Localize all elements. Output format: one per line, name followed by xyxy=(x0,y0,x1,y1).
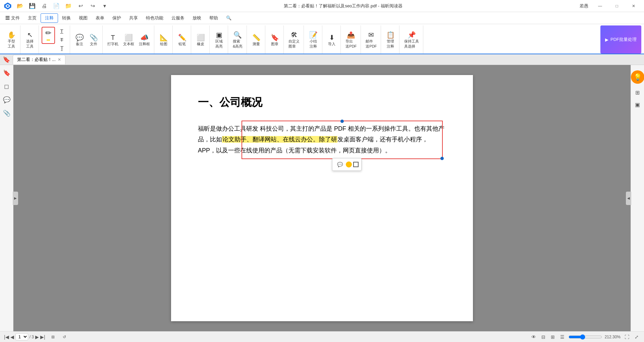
quick-open-btn[interactable]: 📂 xyxy=(15,1,25,11)
right-panel-grid-btn[interactable]: ⊞ xyxy=(632,86,644,98)
ribbon-group-textbox: T 打字机 ⬜ 文本框 📣 注释框 xyxy=(103,25,154,54)
collapse-left-arrow[interactable]: ▶ xyxy=(13,192,18,205)
import-icon: ⬇ xyxy=(329,34,335,41)
area-highlight-btn[interactable]: ▣ 区域高亮 xyxy=(212,30,226,50)
summary-btn[interactable]: 📝 小结注释 xyxy=(307,30,320,50)
main-area: 🔖 ◻ 💬 📎 ▶ 一、公司概况 福昕是做办公工具研发 科技公司，其主打的产品是… xyxy=(0,65,644,331)
menu-search[interactable]: 🔍 xyxy=(222,13,235,23)
stamp-btn[interactable]: 🔖 图章 xyxy=(268,33,281,48)
custom-stamp-btn[interactable]: 🛠 自定义图章 xyxy=(286,30,302,50)
collapse-right-arrow[interactable]: ◀ xyxy=(626,192,631,205)
page-select[interactable]: 1 2 3 xyxy=(15,333,28,340)
email-icon: ✉ xyxy=(368,31,374,38)
float-square-btn[interactable] xyxy=(353,162,359,167)
ribbon: ✋ 手型工具 ↖ 选择工具 ✏ ▬ T T xyxy=(0,24,644,54)
close-btn[interactable]: ✕ xyxy=(626,0,641,12)
export-btn[interactable]: 📤 导出送PDF xyxy=(343,30,359,50)
rotate-btn[interactable]: ↺ xyxy=(61,334,68,340)
redo-btn[interactable]: ↪ xyxy=(88,1,97,11)
import-btn[interactable]: ⬇ 导入 xyxy=(325,33,338,48)
manage-annotation-btn[interactable]: 📋 管理注释 xyxy=(384,30,397,50)
select-label: 选择工具 xyxy=(26,39,34,49)
sidebar-bookmark-btn[interactable]: 🔖 xyxy=(1,68,12,78)
maximize-btn[interactable]: □ xyxy=(609,0,625,12)
email-btn[interactable]: ✉ 邮件送PDF xyxy=(364,30,379,50)
typewriter-btn[interactable]: T 打字机 xyxy=(105,33,120,48)
quick-open2-btn[interactable]: 📁 xyxy=(64,1,73,11)
quick-save-btn[interactable]: 💾 xyxy=(28,1,37,11)
menu-annotation[interactable]: 注释 xyxy=(41,13,58,23)
doc-canvas[interactable]: 一、公司概况 福昕是做办公工具研发 科技公司，其主打的产品是 PDF 相关的一系… xyxy=(13,65,631,331)
pdf-batch-btn[interactable]: ▶ PDF批量处理 xyxy=(600,25,641,54)
squiggly-btn[interactable]: T̰ xyxy=(56,44,68,52)
menu-present[interactable]: 放映 xyxy=(189,13,205,23)
fullscreen-btn[interactable]: ⤢ xyxy=(633,334,640,340)
last-page-btn[interactable]: ▶| xyxy=(40,334,45,340)
search-highlight-btn[interactable]: 🔍 搜索&高亮 xyxy=(231,30,245,50)
eye-btn[interactable]: 👁 xyxy=(530,334,537,340)
float-color-circle[interactable] xyxy=(346,161,352,167)
prev-page-btn[interactable]: ◀ xyxy=(10,334,14,340)
fit-page-btn[interactable]: ⛶ xyxy=(623,334,631,340)
ribbon-group-pencil: ✏️ 铅笔 xyxy=(173,25,191,54)
select-tool-btn[interactable]: ↖ 选择工具 xyxy=(23,30,37,50)
lamp-btn[interactable]: 💡 xyxy=(631,70,644,84)
doc-paragraph: 福昕是做办公工具研发 科技公司，其主打的产品是 PDF 相关的一系列操作工具。也… xyxy=(198,123,446,156)
single-page-btn[interactable]: ⊟ xyxy=(540,334,547,340)
keep-tool-btn[interactable]: 📌 保持工具具选择 xyxy=(402,30,421,50)
menu-form[interactable]: 表单 xyxy=(92,13,108,23)
menu-convert[interactable]: 转换 xyxy=(58,13,75,23)
menu-view[interactable]: 视图 xyxy=(75,13,92,23)
double-page-btn[interactable]: ⊞ xyxy=(549,334,556,340)
scroll-btn[interactable]: ☰ xyxy=(559,334,566,340)
strikethrough-btn[interactable]: T xyxy=(56,36,68,44)
undo-btn[interactable]: ↩ xyxy=(76,1,85,11)
ribbon-group-manage: 📋 管理注释 xyxy=(382,25,399,54)
sidebar-comment-btn[interactable]: 💬 xyxy=(1,94,12,105)
custom-stamp-icon: 🛠 xyxy=(291,31,298,38)
note-btn[interactable]: 💬 备注 xyxy=(73,33,86,48)
more-btn[interactable]: ▾ xyxy=(100,1,109,11)
sidebar-attach-btn[interactable]: 📎 xyxy=(1,108,12,119)
annotation-text-col: T T T̰ xyxy=(56,27,68,52)
minimize-btn[interactable]: — xyxy=(592,0,608,12)
next-page-btn[interactable]: ▶ xyxy=(35,334,39,340)
menu-cloud[interactable]: 云服务 xyxy=(167,13,189,23)
textbox-btn[interactable]: ⬜ 文本框 xyxy=(121,33,136,48)
menu-help[interactable]: 帮助 xyxy=(205,13,222,23)
user-btn[interactable]: 若愚 xyxy=(577,3,591,9)
ribbon-group-custom-stamp: 🛠 自定义图章 xyxy=(284,25,304,54)
page-total: / 3 xyxy=(30,335,34,339)
pencil-btn[interactable]: ✏️ 铅笔 xyxy=(175,33,189,48)
measure-btn[interactable]: 📏 测量 xyxy=(250,33,263,48)
drawing-btn[interactable]: 📐 绘图 xyxy=(157,33,170,48)
menu-icon[interactable]: ☰ 文件 xyxy=(1,13,24,23)
quick-print-btn[interactable]: 🖨 xyxy=(40,1,49,11)
float-comment-btn[interactable]: 💬 xyxy=(335,160,344,169)
ribbon-group-import: ⬇ 导入 xyxy=(323,25,341,54)
callout-btn[interactable]: 📣 注释框 xyxy=(137,33,152,48)
quick-new-btn[interactable]: 📄 xyxy=(52,1,61,11)
first-page-btn[interactable]: |◀ xyxy=(4,334,9,340)
right-panel-thumbnail-btn[interactable]: ▣ xyxy=(632,98,644,111)
note-icon: 💬 xyxy=(75,34,84,41)
highlight-pen-icon: ✏ xyxy=(45,29,51,37)
doc-tab-main[interactable]: 第二看：必看贴！... ✕ xyxy=(13,55,65,64)
tab-close-btn[interactable]: ✕ xyxy=(58,57,61,62)
underline-btn[interactable]: T xyxy=(56,27,68,35)
menu-features[interactable]: 特色功能 xyxy=(142,13,167,23)
file-btn[interactable]: 📎 文件 xyxy=(87,33,100,48)
hand-tool-btn[interactable]: ✋ 手型工具 xyxy=(5,30,18,50)
highlight-pen-btn[interactable]: ✏ ▬ xyxy=(42,27,55,44)
ribbon-group-measure: 📏 测量 xyxy=(248,25,265,54)
ribbon-group-drawing: 📐 绘图 xyxy=(155,25,173,54)
zoom-slider[interactable] xyxy=(569,334,602,340)
menu-home[interactable]: 主页 xyxy=(24,13,41,23)
menu-share[interactable]: 共享 xyxy=(125,13,142,23)
sidebar-thumbnail-btn[interactable]: ◻ xyxy=(1,81,12,92)
select-icon: ↖ xyxy=(27,31,33,38)
eraser-btn[interactable]: ⬜ 橡皮 xyxy=(194,33,207,48)
ribbon-group-area-highlight: ▣ 区域高亮 xyxy=(210,25,228,54)
menu-protect[interactable]: 保护 xyxy=(108,13,125,23)
fit-width-btn[interactable]: ⊞ xyxy=(49,334,57,340)
